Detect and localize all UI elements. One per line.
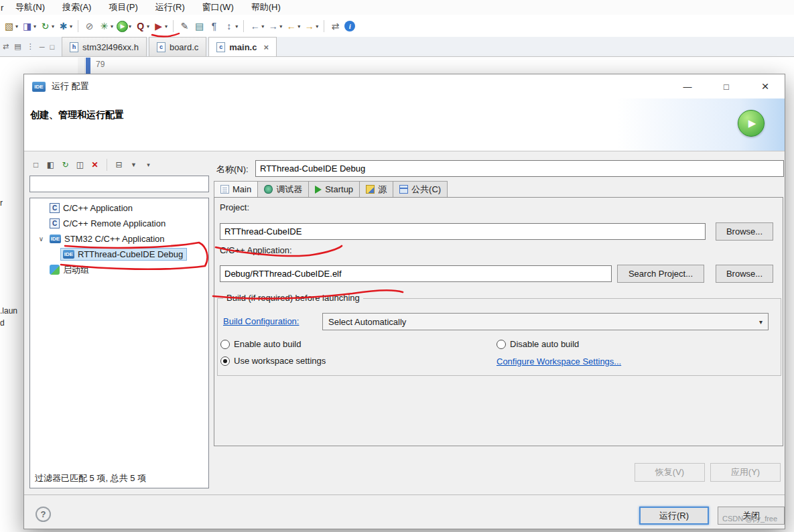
- show-whitespace-icon[interactable]: ¶: [207, 18, 221, 34]
- dropdown-caret-icon[interactable]: ▾: [279, 23, 282, 29]
- tab-startup[interactable]: Startup: [308, 181, 359, 198]
- chevron-down-icon: ▾: [759, 318, 763, 326]
- tab-debugger[interactable]: 调试器: [257, 181, 308, 198]
- help-icon[interactable]: ?: [36, 507, 51, 522]
- tree-item-launch-group[interactable]: 启动组: [30, 262, 208, 277]
- disable-auto-build-radio[interactable]: Disable auto build: [497, 339, 579, 349]
- sort-icon[interactable]: ↕▾: [222, 18, 239, 34]
- build-group-legend: Build (if required) before launching: [223, 293, 363, 303]
- new-prototype-icon[interactable]: ◧: [44, 159, 57, 172]
- forward-history-icon[interactable]: →▾: [302, 18, 320, 34]
- view-menu-caret-icon[interactable]: ▾: [142, 159, 155, 172]
- close-icon[interactable]: ×: [746, 74, 785, 98]
- dropdown-caret-icon[interactable]: ▾: [34, 23, 36, 29]
- debug-icon[interactable]: ✳▾: [97, 18, 115, 34]
- editor-tab-board[interactable]: c board.c: [149, 37, 206, 56]
- browse-project-button[interactable]: Browse...: [716, 222, 773, 241]
- delete-configuration-icon[interactable]: ✕: [88, 159, 101, 172]
- previous-annotation-icon[interactable]: ←▾: [248, 18, 265, 34]
- back-history-icon[interactable]: ←▾: [284, 18, 302, 34]
- enable-auto-build-radio[interactable]: Enable auto build: [220, 339, 301, 349]
- tab-main[interactable]: Main: [214, 181, 257, 198]
- tree-item-cpp-remote-application[interactable]: C C/C++ Remote Application: [30, 216, 208, 231]
- radio-off-icon: [220, 340, 230, 349]
- info-icon[interactable]: i: [343, 18, 356, 34]
- dropdown-caret-icon[interactable]: ▾: [70, 23, 72, 29]
- background-partial-text: r: [0, 198, 3, 208]
- run-icon[interactable]: ▶▾: [115, 18, 133, 34]
- tree-item-cpp-application[interactable]: C C/C++ Application: [30, 200, 208, 216]
- coverage-icon[interactable]: Q▾: [133, 18, 151, 34]
- new-configuration-icon[interactable]: □: [29, 159, 42, 172]
- dropdown-caret-icon[interactable]: ▾: [111, 23, 113, 29]
- revert-button[interactable]: 恢复(V): [635, 463, 705, 482]
- apply-button[interactable]: 应用(Y): [710, 463, 781, 482]
- build-configuration-link[interactable]: Build Configuration:: [223, 316, 299, 326]
- toolbar-separator: [324, 20, 324, 32]
- menu-help[interactable]: 帮助(H): [243, 0, 289, 15]
- tree-item-stm32-application[interactable]: ∨ IDE STM32 C/C++ Application: [30, 231, 208, 247]
- annotate-icon[interactable]: ✎: [178, 18, 192, 34]
- collapse-all-icon[interactable]: ⊟: [113, 159, 125, 172]
- menu-window[interactable]: 窗口(W): [194, 0, 243, 15]
- code-generation-icon[interactable]: ✱▾: [56, 18, 74, 34]
- menu-project[interactable]: 项目(P): [100, 0, 146, 15]
- export-configuration-icon[interactable]: ↻: [59, 159, 72, 172]
- toolbar-separator: [173, 20, 174, 32]
- dropdown-caret-icon[interactable]: ▾: [129, 23, 131, 29]
- maximize-icon[interactable]: □: [707, 74, 746, 98]
- open-element-icon[interactable]: ◨▾: [20, 18, 38, 34]
- skip-breakpoints-icon[interactable]: ⊘: [82, 18, 96, 34]
- menu-navigate[interactable]: 导航(N): [7, 0, 54, 15]
- application-input[interactable]: [220, 265, 612, 282]
- search-project-button[interactable]: Search Project...: [617, 265, 704, 283]
- minimize-view-icon[interactable]: ─: [40, 43, 45, 51]
- build-configuration-value: Select Automatically: [328, 317, 406, 327]
- duplicate-configuration-icon[interactable]: ◫: [74, 159, 86, 172]
- close-tab-icon[interactable]: ×: [263, 42, 269, 52]
- tab-common[interactable]: 公共(C): [393, 181, 448, 198]
- editor-tab-stm32l496xx[interactable]: h stm32l496xx.h: [62, 37, 147, 56]
- dropdown-caret-icon[interactable]: ▾: [297, 23, 300, 29]
- new-wizard-icon[interactable]: ▧▾: [2, 18, 19, 34]
- build-options-group: Build (if required) before launching Bui…: [217, 298, 781, 376]
- editor-tab-main[interactable]: c main.c ×: [208, 37, 277, 56]
- dropdown-caret-icon[interactable]: ▾: [147, 23, 149, 29]
- line-number: 79: [96, 60, 105, 69]
- more-views-icon[interactable]: ⋮: [27, 42, 34, 51]
- dropdown-caret-icon[interactable]: ▾: [316, 23, 318, 29]
- dialog-titlebar[interactable]: IDE 运行 配置 — □ ×: [24, 74, 785, 98]
- filter-input[interactable]: [29, 176, 209, 192]
- run-button[interactable]: 运行(R): [639, 507, 709, 525]
- restore-view-icon[interactable]: ⇄: [3, 42, 9, 51]
- name-input[interactable]: [255, 160, 784, 177]
- dropdown-caret-icon[interactable]: ▾: [165, 23, 168, 29]
- external-tools-icon[interactable]: ▶▾: [151, 18, 169, 34]
- build-configuration-select[interactable]: Select Automatically ▾: [322, 313, 769, 330]
- tab-source[interactable]: 源: [359, 181, 393, 198]
- open-declaration-icon[interactable]: ▤: [192, 18, 206, 34]
- next-annotation-icon[interactable]: →▾: [266, 18, 283, 34]
- dropdown-caret-icon[interactable]: ▾: [261, 23, 264, 29]
- tree-item-rtthread-debug[interactable]: IDE RTThread-CubeIDE Debug: [30, 247, 208, 262]
- link-editor-icon[interactable]: ⇄: [328, 18, 342, 34]
- dropdown-caret-icon[interactable]: ▾: [235, 23, 238, 29]
- menu-search[interactable]: 搜索(A): [54, 0, 100, 15]
- maximize-view-icon[interactable]: □: [50, 43, 54, 51]
- name-label: 名称(N):: [216, 163, 249, 176]
- debugger-tab-icon: [264, 185, 273, 194]
- minimize-icon[interactable]: —: [668, 74, 707, 98]
- menu-run[interactable]: 运行(R): [147, 0, 194, 15]
- browse-application-button[interactable]: Browse...: [716, 265, 773, 283]
- configure-workspace-settings-link[interactable]: Configure Workspace Settings...: [497, 356, 621, 367]
- dropdown-caret-icon[interactable]: ▾: [15, 23, 18, 29]
- dropdown-caret-icon[interactable]: ▾: [52, 23, 54, 29]
- filter-icon[interactable]: ▼: [127, 159, 140, 172]
- use-workspace-settings-radio[interactable]: Use workspace settings: [220, 356, 326, 366]
- build-icon[interactable]: ↻▾: [38, 18, 56, 34]
- tab-label: Main: [233, 184, 251, 194]
- chevron-down-icon[interactable]: ∨: [36, 235, 46, 243]
- watermark: CSDN @py_free: [722, 515, 777, 523]
- project-input[interactable]: [220, 223, 706, 240]
- view-menu-icon[interactable]: ▤: [14, 42, 21, 51]
